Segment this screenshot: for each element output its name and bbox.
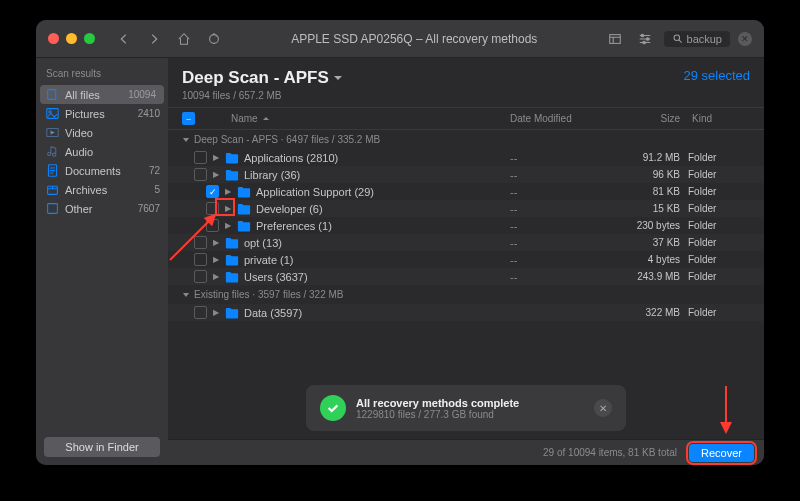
file-row[interactable]: ▶Applications (2810)--91.2 MBFolder xyxy=(168,149,764,166)
svg-point-5 xyxy=(674,35,680,41)
video-icon xyxy=(46,126,59,139)
folder-icon xyxy=(225,254,239,266)
file-size: 15 KB xyxy=(610,203,680,214)
file-date: -- xyxy=(510,254,610,266)
select-all-checkbox[interactable]: – xyxy=(182,112,195,125)
row-checkbox[interactable] xyxy=(194,168,207,181)
disclosure-arrow[interactable]: ▶ xyxy=(213,272,223,281)
row-checkbox[interactable] xyxy=(206,219,219,232)
file-size: 322 MB xyxy=(610,307,680,318)
file-row[interactable]: ▶Data (3597)322 MBFolder xyxy=(168,304,764,321)
sidebar-item-documents[interactable]: Documents72 xyxy=(36,161,168,180)
disclosure-arrow[interactable]: ▶ xyxy=(225,187,235,196)
window-body: Scan results All files10094Pictures2410V… xyxy=(36,58,764,465)
selected-count[interactable]: 29 selected xyxy=(684,68,751,83)
sidebar-heading: Scan results xyxy=(36,58,168,85)
file-size: 4 bytes xyxy=(610,254,680,265)
toast-close-button[interactable]: ✕ xyxy=(594,399,612,417)
recover-button[interactable]: Recover xyxy=(689,444,754,462)
file-date: -- xyxy=(510,152,610,164)
file-size: 91.2 MB xyxy=(610,152,680,163)
view-mode-button[interactable] xyxy=(604,28,626,50)
row-checkbox[interactable] xyxy=(206,202,219,215)
row-checkbox[interactable] xyxy=(194,306,207,319)
home-button[interactable] xyxy=(173,28,195,50)
scan-title-text: Deep Scan - APFS xyxy=(182,68,329,88)
disclosure-arrow[interactable]: ▶ xyxy=(225,221,235,230)
close-window-button[interactable] xyxy=(48,33,59,44)
file-row[interactable]: ▶Preferences (1)--230 bytesFolder xyxy=(168,217,764,234)
column-headers: – Name Date Modified Size Kind xyxy=(168,107,764,130)
svg-point-10 xyxy=(48,152,51,155)
disclosure-arrow[interactable]: ▶ xyxy=(213,238,223,247)
disclosure-arrow[interactable]: ▶ xyxy=(225,204,235,213)
window-title: APPLE SSD AP0256Q – All recovery methods xyxy=(233,32,596,46)
sidebar-item-all-files[interactable]: All files10094 xyxy=(40,85,164,104)
file-date: -- xyxy=(510,237,610,249)
row-checkbox[interactable] xyxy=(194,236,207,249)
main-header: Deep Scan - APFS 10094 files / 657.2 MB … xyxy=(168,58,764,107)
sidebar-item-audio[interactable]: Audio xyxy=(36,142,168,161)
settings-button[interactable] xyxy=(634,28,656,50)
disclosure-arrow[interactable]: ▶ xyxy=(213,255,223,264)
col-name[interactable]: Name xyxy=(203,113,510,124)
group-header[interactable]: Deep Scan - APFS · 6497 files / 335.2 MB xyxy=(168,130,764,149)
group-header[interactable]: Existing files · 3597 files / 322 MB xyxy=(168,285,764,304)
minimize-window-button[interactable] xyxy=(66,33,77,44)
col-date[interactable]: Date Modified xyxy=(510,113,610,124)
sort-icon xyxy=(262,115,270,123)
row-checkbox[interactable]: ✓ xyxy=(206,185,219,198)
svg-point-11 xyxy=(53,153,56,156)
disclosure-arrow[interactable]: ▶ xyxy=(213,153,223,162)
sidebar-item-other[interactable]: Other7607 xyxy=(36,199,168,218)
document-icon xyxy=(46,164,59,177)
row-checkbox[interactable] xyxy=(194,151,207,164)
file-size: 81 KB xyxy=(610,186,680,197)
file-kind: Folder xyxy=(680,271,750,282)
sidebar-item-label: Archives xyxy=(65,184,107,196)
row-checkbox[interactable] xyxy=(194,253,207,266)
rescan-button[interactable] xyxy=(203,28,225,50)
archive-icon xyxy=(46,183,59,196)
file-name: Application Support (29) xyxy=(256,186,510,198)
file-date: -- xyxy=(510,203,610,215)
disclosure-arrow[interactable]: ▶ xyxy=(213,308,223,317)
file-row[interactable]: ▶Developer (6)--15 KBFolder xyxy=(168,200,764,217)
file-kind: Folder xyxy=(680,307,750,318)
check-icon xyxy=(320,395,346,421)
file-size: 243.9 MB xyxy=(610,271,680,282)
search-icon xyxy=(672,33,683,44)
clear-search-button[interactable]: ✕ xyxy=(738,32,752,46)
sidebar-item-count: 7607 xyxy=(138,203,160,214)
file-row[interactable]: ▶private (1)--4 bytesFolder xyxy=(168,251,764,268)
sidebar-item-label: Documents xyxy=(65,165,121,177)
sidebar-item-label: Audio xyxy=(65,146,93,158)
file-row[interactable]: ✓▶Application Support (29)--81 KBFolder xyxy=(168,183,764,200)
svg-rect-14 xyxy=(48,204,58,214)
col-kind[interactable]: Kind xyxy=(680,113,750,124)
search-field[interactable]: backup xyxy=(664,31,730,47)
disclosure-arrow[interactable]: ▶ xyxy=(213,170,223,179)
file-name: Users (3637) xyxy=(244,271,510,283)
file-size: 96 KB xyxy=(610,169,680,180)
show-in-finder-button[interactable]: Show in Finder xyxy=(44,437,160,457)
audio-icon xyxy=(46,145,59,158)
file-name: opt (13) xyxy=(244,237,510,249)
zoom-window-button[interactable] xyxy=(84,33,95,44)
folder-icon xyxy=(225,307,239,319)
col-size[interactable]: Size xyxy=(610,113,680,124)
scan-title[interactable]: Deep Scan - APFS xyxy=(182,68,343,88)
sidebar-item-archives[interactable]: Archives5 xyxy=(36,180,168,199)
sidebar-item-count: 5 xyxy=(154,184,160,195)
file-kind: Folder xyxy=(680,237,750,248)
row-checkbox[interactable] xyxy=(194,270,207,283)
sidebar-item-video[interactable]: Video xyxy=(36,123,168,142)
sidebar-item-pictures[interactable]: Pictures2410 xyxy=(36,104,168,123)
file-row[interactable]: ▶Users (3637)--243.9 MBFolder xyxy=(168,268,764,285)
forward-button[interactable] xyxy=(143,28,165,50)
back-button[interactable] xyxy=(113,28,135,50)
svg-rect-7 xyxy=(47,109,58,119)
file-date: -- xyxy=(510,169,610,181)
file-row[interactable]: ▶Library (36)--96 KBFolder xyxy=(168,166,764,183)
file-row[interactable]: ▶opt (13)--37 KBFolder xyxy=(168,234,764,251)
